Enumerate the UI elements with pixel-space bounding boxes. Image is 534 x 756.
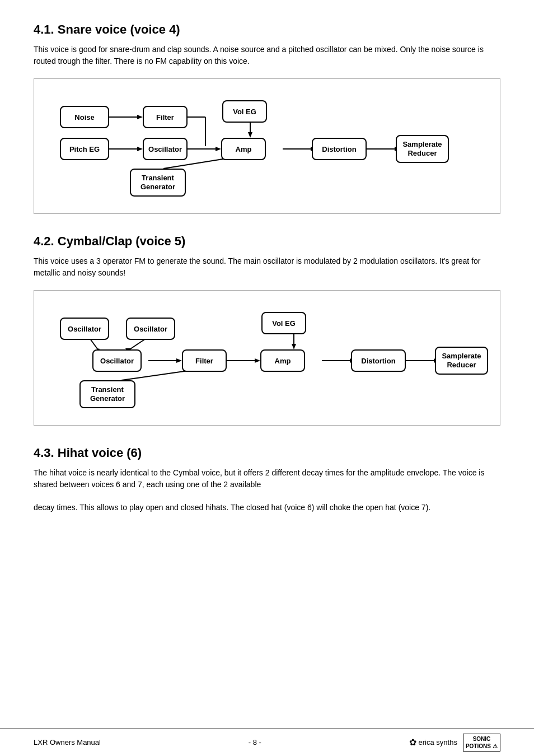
- svg-marker-5: [248, 132, 252, 138]
- section-4-3-heading: 4.3. Hihat voice (6): [34, 446, 500, 460]
- node-osc3: Oscillator: [92, 349, 142, 372]
- erica-synths-text: erica synths: [419, 738, 457, 746]
- node-pitch-eg: Pitch EG: [60, 138, 109, 160]
- footer-center: - 8 -: [249, 738, 261, 746]
- node-amp: Amp: [221, 138, 266, 160]
- diagram-voice5-inner: Oscillator Oscillator Vol EG Oscillator …: [43, 302, 491, 414]
- section-4-1-description: This voice is good for snare-drum and cl…: [34, 44, 500, 67]
- node-oscillator: Oscillator: [143, 138, 188, 160]
- node-vol-eg: Vol EG: [222, 100, 267, 123]
- section-4-1: 4.1. Snare voice (voice 4) This voice is…: [34, 22, 500, 214]
- diagram-voice4-inner: Noise Filter Vol EG Pitch EG Oscillator …: [43, 90, 491, 202]
- svg-marker-21: [176, 358, 182, 363]
- sonic-potions-text: SONICPOTIONS: [466, 736, 491, 749]
- node-filter: Filter: [143, 106, 188, 128]
- section-4-2-description: This voice uses a 3 operator FM to gener…: [34, 255, 500, 279]
- svg-marker-1: [137, 115, 143, 119]
- section-4-3-description1: The hihat voice is nearly identical to t…: [34, 467, 500, 491]
- node-samplerate: SamplerateReducer: [396, 135, 449, 163]
- diagram-voice5: Oscillator Oscillator Vol EG Oscillator …: [34, 290, 500, 426]
- node-samplerate-2: SamplerateReducer: [435, 347, 488, 375]
- erica-icon: ✿: [409, 737, 416, 748]
- diagram-voice4: Noise Filter Vol EG Pitch EG Oscillator …: [34, 78, 500, 214]
- node-distortion: Distortion: [312, 138, 367, 160]
- footer-left: LXR Owners Manual: [34, 738, 101, 746]
- footer: LXR Owners Manual - 8 - ✿ erica synths S…: [0, 729, 534, 756]
- section-4-2-heading: 4.2. Cymbal/Clap (voice 5): [34, 234, 500, 249]
- node-vol-eg-2: Vol EG: [261, 312, 306, 334]
- page-content: 4.1. Snare voice (voice 4) This voice is…: [0, 0, 534, 578]
- svg-marker-9: [216, 147, 221, 151]
- erica-synths-logo: ✿ erica synths: [409, 737, 457, 748]
- svg-marker-25: [292, 344, 296, 349]
- node-distortion-2: Distortion: [351, 349, 406, 372]
- svg-marker-7: [137, 147, 143, 151]
- node-noise: Noise: [60, 106, 109, 128]
- node-amp-2: Amp: [260, 349, 305, 372]
- node-transient: TransientGenerator: [130, 169, 186, 197]
- section-4-2: 4.2. Cymbal/Clap (voice 5) This voice us…: [34, 234, 500, 426]
- sonic-icon: ⚠: [493, 743, 498, 749]
- footer-right: ✿ erica synths SONICPOTIONS ⚠: [409, 734, 500, 752]
- svg-marker-23: [255, 358, 260, 363]
- node-osc2: Oscillator: [126, 318, 175, 340]
- section-4-3-description2: decay times. This allows to play open an…: [34, 502, 500, 514]
- node-filter-2: Filter: [182, 349, 227, 372]
- sonic-potions-logo: SONICPOTIONS ⚠: [463, 734, 500, 752]
- section-4-1-heading: 4.1. Snare voice (voice 4): [34, 22, 500, 37]
- section-4-3: 4.3. Hihat voice (6) The hihat voice is …: [34, 446, 500, 514]
- node-osc1: Oscillator: [60, 318, 109, 340]
- node-transient-2: TransientGenerator: [79, 380, 135, 408]
